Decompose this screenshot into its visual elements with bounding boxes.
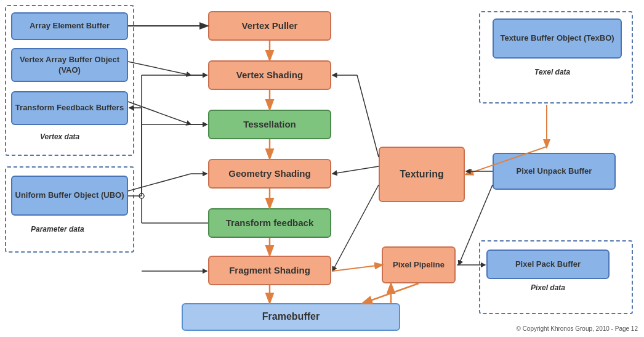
transform-feedback-buffers-box: Transform Feedback Buffers	[11, 91, 128, 125]
svg-line-25	[332, 185, 379, 271]
vertex-array-buffer-box: Vertex Array Buffer Object (VAO)	[11, 48, 128, 82]
svg-line-10	[128, 102, 191, 124]
parameter-data-label: Parameter data	[31, 225, 84, 233]
vertex-shading-box: Vertex Shading	[208, 60, 331, 90]
svg-line-8	[128, 62, 191, 75]
texel-data-label: Texel data	[534, 68, 570, 76]
svg-line-26	[357, 75, 379, 157]
pixel-data-dashed-box	[479, 240, 633, 314]
svg-point-17	[139, 193, 144, 198]
texture-buffer-box: Texture Buffer Object (TexBO)	[493, 18, 622, 59]
fragment-shading-box: Fragment Shading	[208, 256, 331, 285]
vertex-puller-box: Vertex Puller	[208, 11, 331, 41]
pixel-data-label: Pixel data	[531, 283, 565, 292]
svg-line-12	[128, 174, 191, 191]
diagram-container: Array Element Buffer Vertex Array Buffer…	[0, 0, 644, 337]
transform-feedback-box: Transform feedback	[208, 208, 331, 238]
vertex-data-label: Vertex data	[40, 132, 79, 141]
pixel-pipeline-box: Pixel Pipeline	[382, 246, 456, 283]
array-element-buffer-box: Array Element Buffer	[11, 12, 128, 40]
tessellation-box: Tessellation	[208, 110, 331, 139]
svg-line-24	[332, 166, 379, 174]
copyright-text: © Copyright Khronos Group, 2010 - Page 1…	[517, 325, 638, 332]
uniform-buffer-box: Uniform Buffer Object (UBO)	[11, 176, 128, 216]
svg-line-35	[332, 265, 382, 271]
pixel-unpack-buffer-box: Pixel Unpack Buffer	[493, 153, 616, 190]
geometry-shading-box: Geometry Shading	[208, 159, 331, 189]
texturing-box: Texturing	[379, 147, 465, 202]
framebuffer-box: Framebuffer	[182, 303, 400, 331]
svg-line-32	[363, 283, 419, 303]
